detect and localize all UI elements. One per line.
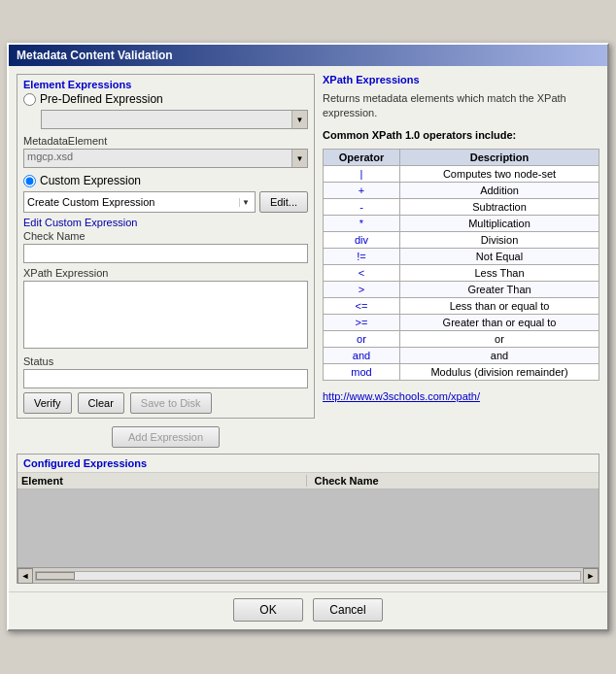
left-panel: Element Expressions Pre-Defined Expressi… [17,74,315,448]
predefined-radio-row: Pre-Defined Expression [23,92,308,106]
op-cell: != [324,248,400,264]
operators-table: Operator Description |Computes two node-… [323,149,599,381]
table-row: >Greater Than [324,281,599,297]
table-row: modModulus (division remainder) [324,363,599,380]
table-row: +Addition [324,182,599,198]
table-row: |Computes two node-set [324,165,599,182]
xpath-expression-textarea[interactable] [23,281,308,349]
op-cell: and [324,347,400,363]
table-row: oror [324,330,599,347]
bottom-buttons-bar: OK Cancel [9,591,607,629]
custom-radio-row: Custom Expression [23,174,308,187]
predefined-label: Pre-Defined Expression [40,92,163,106]
op-cell: <= [324,297,400,314]
add-expression-row: Add Expression [17,426,315,448]
metadata-element-input[interactable]: mgcp.xsd ▼ [23,149,308,168]
status-label: Status [23,355,308,367]
table-row: !=Not Equal [324,248,599,264]
scroll-left-button[interactable]: ◄ [17,568,33,584]
op-header-operator: Operator [324,149,400,165]
ok-button[interactable]: OK [233,598,303,622]
dialog: Metadata Content Validation Element Expr… [7,43,609,631]
edit-custom-label: Edit Custom Expression [23,217,308,228]
predefined-dropdown-value [42,111,291,128]
desc-cell: Not Equal [400,248,599,264]
custom-expression-label: Custom Expression [40,174,141,187]
xpath-expression-label: XPath Expression [23,267,308,279]
right-panel: XPath Expressions Returns metadata eleme… [323,74,599,448]
element-expressions-group: Element Expressions Pre-Defined Expressi… [17,74,315,419]
col-element-header: Element [21,475,307,487]
desc-cell: Addition [400,182,599,198]
add-expression-button[interactable]: Add Expression [112,426,220,448]
custom-radio[interactable] [23,175,36,187]
title-bar: Metadata Content Validation [9,45,607,66]
desc-cell: Subtraction [400,198,599,215]
xpath-expressions-label: XPath Expressions [323,74,599,85]
desc-cell: Multiplication [400,215,599,231]
desc-cell: or [400,330,599,347]
predefined-dropdown-arrow[interactable]: ▼ [291,111,307,128]
table-row: <=Less than or equal to [324,297,599,314]
custom-expression-combo[interactable]: Create Custom Expression ▼ [23,191,256,213]
desc-cell: and [400,347,599,363]
desc-cell: Division [400,231,599,248]
custom-expression-row: Create Custom Expression ▼ Edit... [23,191,308,213]
element-expressions-label: Element Expressions [23,79,308,90]
scroll-right-button[interactable]: ► [583,568,599,584]
status-input[interactable] [23,369,308,388]
table-row: -Subtraction [324,198,599,215]
predefined-radio[interactable] [23,93,36,106]
save-to-disk-button[interactable]: Save to Disk [130,392,212,414]
desc-cell: Greater Than [400,281,599,297]
scroll-thumb[interactable] [36,572,75,580]
check-name-input[interactable] [23,244,308,263]
op-header-description: Description [400,149,599,165]
predefined-dropdown[interactable]: ▼ [41,110,308,129]
check-name-label: Check Name [23,230,308,242]
desc-cell: Less than or equal to [400,297,599,314]
op-cell: | [324,165,400,182]
table-row: andand [324,347,599,363]
dialog-title: Metadata Content Validation [17,49,173,62]
action-buttons-row: Verify Clear Save to Disk [23,392,308,414]
xpath-link[interactable]: http://www.w3schools.com/xpath/ [323,390,599,402]
col-check-name-header: Check Name [307,475,596,487]
op-cell: + [324,182,400,198]
op-cell: div [324,231,400,248]
metadata-element-arrow[interactable]: ▼ [291,150,307,167]
op-cell: < [324,264,400,281]
operators-label: Common XPath 1.0 operators include: [323,129,599,141]
op-cell: > [324,281,400,297]
desc-cell: Modulus (division remainder) [400,363,599,380]
op-cell: mod [324,363,400,380]
op-cell: * [324,215,400,231]
cancel-button[interactable]: Cancel [313,598,383,622]
configured-expressions-label: Configured Expressions [17,455,599,473]
custom-expression-combo-value: Create Custom Expression [27,196,154,208]
combo-arrow-icon[interactable]: ▼ [239,198,252,207]
xpath-description: Returns metadata elements which match th… [323,91,599,121]
configured-table-body [17,489,599,567]
table-row: *Multiplication [324,215,599,231]
configured-table-header: Element Check Name [17,473,599,489]
scroll-track[interactable] [35,571,581,581]
horizontal-scrollbar[interactable]: ◄ ► [17,567,599,583]
metadata-element-value: mgcp.xsd [24,150,291,167]
desc-cell: Greater than or equal to [400,314,599,330]
table-row: >=Greater than or equal to [324,314,599,330]
verify-button[interactable]: Verify [23,392,72,414]
desc-cell: Computes two node-set [400,165,599,182]
desc-cell: Less Than [400,264,599,281]
edit-button[interactable]: Edit... [259,191,308,213]
op-cell: >= [324,314,400,330]
metadata-element-label: MetadataElement [23,135,308,147]
clear-button[interactable]: Clear [78,392,124,414]
op-cell: or [324,330,400,347]
table-row: <Less Than [324,264,599,281]
table-row: divDivision [324,231,599,248]
op-cell: - [324,198,400,215]
configured-expressions-section: Configured Expressions Element Check Nam… [17,454,599,584]
